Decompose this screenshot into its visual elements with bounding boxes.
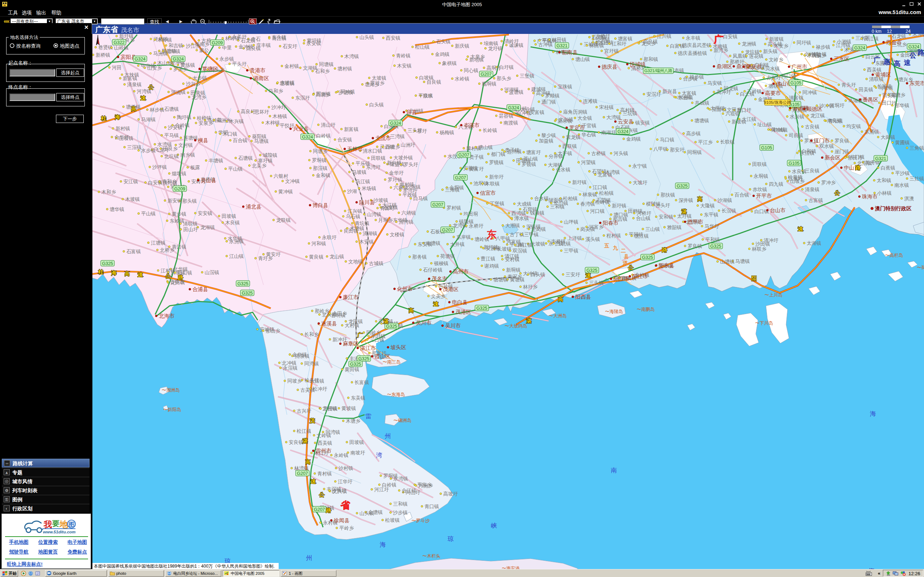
- svg-text:马坡镇: 马坡镇: [352, 169, 367, 175]
- svg-text:高州市: 高州市: [453, 269, 469, 274]
- svg-text:双滘镇: 双滘镇: [512, 248, 527, 253]
- svg-text:都门镇: 都门镇: [491, 152, 506, 157]
- svg-text:松坡镇: 松坡镇: [385, 517, 400, 523]
- svg-text:大坡镇: 大坡镇: [531, 241, 545, 247]
- svg-text:江坑镇: 江坑镇: [556, 241, 571, 246]
- svg-text:谢鸡镇: 谢鸡镇: [484, 263, 499, 269]
- svg-text:长岭镇: 长岭镇: [483, 128, 498, 133]
- svg-text:木塘乡: 木塘乡: [346, 418, 360, 424]
- svg-text:田江镇: 田江镇: [864, 36, 879, 42]
- svg-text:清湖镇: 清湖镇: [363, 231, 378, 236]
- svg-text:河垌圩: 河垌圩: [830, 103, 845, 108]
- svg-text:松岭镇: 松岭镇: [595, 200, 610, 205]
- svg-text:三灶镇: 三灶镇: [909, 176, 924, 181]
- svg-text:县: 县: [624, 253, 629, 259]
- svg-text:田联镇: 田联镇: [752, 161, 767, 167]
- svg-text:田美镇: 田美镇: [882, 93, 897, 98]
- svg-text:塘山镇: 塘山镇: [478, 145, 493, 150]
- svg-text:西安镇: 西安镇: [386, 35, 401, 41]
- svg-text:合江镇: 合江镇: [402, 488, 417, 493]
- svg-text:雷州市: 雷州市: [316, 448, 332, 454]
- svg-text:马联镇: 马联镇: [879, 85, 893, 90]
- svg-text:大村镇: 大村镇: [345, 323, 360, 328]
- svg-text:永垌镇: 永垌镇: [753, 174, 769, 179]
- svg-text:〜荷包岛: 〜荷包岛: [917, 265, 924, 270]
- svg-text:那安圩: 那安圩: [670, 147, 685, 153]
- svg-text:阳东县: 阳东县: [659, 263, 675, 268]
- svg-text:高要市: 高要市: [765, 90, 781, 96]
- svg-text:新桥镇: 新桥镇: [96, 52, 110, 58]
- svg-text:白圩镇: 白圩镇: [499, 64, 514, 70]
- svg-text:贝水镇: 贝水镇: [765, 66, 780, 71]
- svg-text:丰湾圩: 丰湾圩: [403, 188, 418, 193]
- svg-text:东坡镇: 东坡镇: [280, 80, 295, 85]
- svg-text:沙坪镇: 沙坪镇: [152, 164, 167, 170]
- svg-text:百合镇: 百合镇: [735, 192, 749, 198]
- svg-text:龙洲镇: 龙洲镇: [742, 41, 756, 47]
- svg-text:永步镇: 永步镇: [219, 56, 234, 62]
- svg-text:三堡镇: 三堡镇: [520, 73, 535, 79]
- svg-text:马安镇: 马安镇: [708, 81, 722, 86]
- svg-text:马口镇: 马口镇: [660, 137, 675, 142]
- svg-text:象棋镇: 象棋镇: [442, 61, 457, 66]
- svg-text:湛江市: 湛江市: [360, 345, 376, 351]
- svg-text:G209: G209: [174, 187, 186, 192]
- svg-text:信宜市: 信宜市: [480, 190, 496, 196]
- svg-text:安江镇: 安江镇: [123, 179, 138, 184]
- svg-text:罗冲乡: 罗冲乡: [821, 180, 836, 185]
- svg-text:G324: G324: [508, 105, 519, 110]
- svg-text:黄坡镇: 黄坡镇: [341, 406, 356, 411]
- svg-text:黄步镇: 黄步镇: [172, 211, 187, 217]
- svg-text:大坡圩: 大坡圩: [633, 180, 648, 185]
- svg-text:松柏镇: 松柏镇: [599, 190, 614, 196]
- svg-text:路: 路: [917, 49, 924, 56]
- svg-text:东平镇: 东平镇: [704, 212, 719, 218]
- svg-text:图: 图: [69, 521, 75, 528]
- svg-text:蒙公: 蒙公: [199, 48, 209, 53]
- svg-text:罗良镇: 罗良镇: [688, 243, 703, 249]
- svg-text:木塘镇: 木塘镇: [350, 226, 365, 231]
- svg-text:G324: G324: [135, 56, 146, 62]
- svg-text:海: 海: [111, 270, 116, 276]
- svg-text:石塘镇: 石塘镇: [238, 155, 253, 161]
- svg-text:合浦县: 合浦县: [192, 286, 208, 292]
- svg-text:贵子镇: 贵子镇: [505, 148, 520, 153]
- svg-text:湛: 湛: [526, 318, 531, 324]
- svg-text:公: 公: [319, 492, 325, 498]
- svg-text:顺德区: 顺德区: [807, 106, 822, 112]
- svg-text:青圩乡: 青圩乡: [258, 256, 273, 261]
- svg-text:G207: G207: [442, 227, 453, 233]
- svg-text:金和镇: 金和镇: [316, 173, 331, 178]
- svg-text:松山镇: 松山镇: [415, 44, 430, 50]
- svg-text:白坡镇: 白坡镇: [419, 75, 434, 81]
- svg-text:容县: 容县: [406, 109, 417, 115]
- svg-text:G325: G325: [242, 291, 253, 296]
- svg-text:安泉乡: 安泉乡: [199, 121, 213, 126]
- svg-text:峡: 峡: [491, 522, 497, 529]
- svg-text:港南区: 港南区: [254, 76, 269, 81]
- svg-text:加益镇: 加益镇: [539, 138, 554, 143]
- svg-text:木联镇: 木联镇: [485, 181, 500, 187]
- svg-text:安洲镇: 安洲镇: [486, 246, 501, 251]
- svg-text:那田圩: 那田圩: [848, 155, 863, 161]
- svg-text:新头镇: 新头镇: [763, 49, 778, 54]
- svg-text:新坡镇: 新坡镇: [732, 119, 746, 124]
- svg-text:三角镇: 三角镇: [909, 145, 924, 151]
- svg-text:塘塘镇: 塘塘镇: [694, 118, 709, 123]
- svg-text:G325: G325: [642, 255, 653, 260]
- svg-text:松江镇: 松江镇: [296, 429, 312, 434]
- svg-text:龙湖镇: 龙湖镇: [200, 225, 215, 230]
- svg-text:永丰镇: 永丰镇: [685, 35, 701, 41]
- svg-text:G325: G325: [477, 306, 488, 311]
- svg-text:河富乡: 河富乡: [589, 224, 604, 230]
- svg-text:新富镇: 新富镇: [344, 127, 359, 132]
- svg-text:安和镇: 安和镇: [659, 214, 674, 220]
- svg-text:海: 海: [870, 410, 876, 417]
- svg-text:罗良镇: 罗良镇: [835, 138, 849, 143]
- svg-text:塘富圩: 塘富圩: [526, 150, 541, 155]
- svg-text:金鸡镇: 金鸡镇: [435, 52, 450, 57]
- svg-text:水华镇: 水华镇: [228, 236, 242, 241]
- svg-text:〜南鹏岛: 〜南鹏岛: [637, 307, 655, 312]
- svg-text:田美镇: 田美镇: [859, 87, 874, 92]
- svg-text:马湖镇: 马湖镇: [141, 117, 156, 122]
